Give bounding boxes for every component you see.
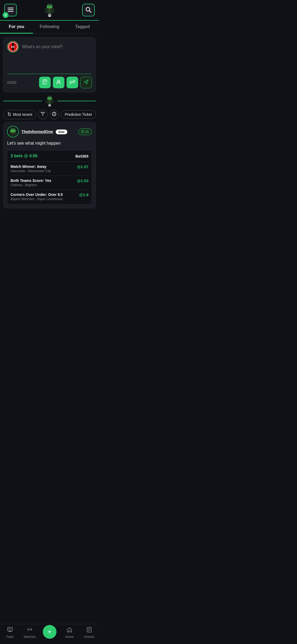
bet-name-2: Both Teams Score: Yes <box>11 178 51 183</box>
svg-point-11 <box>48 6 49 7</box>
post-text: Let's see what might happen <box>7 140 92 146</box>
bet-odds-1: @1.57 <box>77 164 88 169</box>
post-composer: AC What's on your mind? 0/300 ? <box>3 37 96 92</box>
bet-match-1: Newcastle - Manchester City <box>11 169 51 173</box>
svg-point-14 <box>48 9 51 14</box>
clock-icon <box>52 112 56 117</box>
svg-point-39 <box>48 98 49 99</box>
link-icon <box>70 79 75 86</box>
link-button[interactable] <box>67 77 78 88</box>
post-time: 3h <box>78 128 92 135</box>
svg-marker-7 <box>47 3 48 4</box>
svg-point-30 <box>58 80 60 82</box>
bet-match-3: Bayern München - Bayer Leverkusen <box>11 197 63 201</box>
header: 0 <box>0 0 99 21</box>
user-avatar: AC <box>7 41 19 53</box>
bet-match-2: Chelsea - Brighton <box>11 183 51 187</box>
clock-button[interactable] <box>50 110 59 119</box>
svg-point-42 <box>48 100 51 104</box>
sort-icon <box>7 112 11 117</box>
search-icon <box>86 7 91 13</box>
bet-row-3: Corners Over Under: Over 9.5 Bayern Münc… <box>11 190 88 201</box>
svg-rect-2 <box>8 11 13 12</box>
svg-text:AC: AC <box>11 45 15 48</box>
filter-button[interactable] <box>38 110 48 119</box>
send-icon <box>83 79 89 86</box>
char-count: 0/300 <box>7 80 16 85</box>
search-button[interactable] <box>82 4 95 16</box>
svg-marker-8 <box>51 3 52 4</box>
prediction-ticket-label: Prediction Ticket <box>65 112 92 117</box>
tab-for-you[interactable]: For you <box>0 21 33 34</box>
bet-provider: Bet365 <box>76 154 88 158</box>
bet-name-1: Match Winner: Away <box>11 164 51 169</box>
tab-tagged[interactable]: Tagged <box>66 21 99 34</box>
bet-card: 3 bets @ 4.56 Bet365 Match Winner: Away … <box>7 150 92 204</box>
svg-point-53 <box>13 130 15 131</box>
bet-odds-3: @1.9 <box>79 192 88 197</box>
svg-point-40 <box>50 98 51 99</box>
svg-marker-35 <box>47 95 49 96</box>
post-header: TheInformedOne Elite 3h <box>7 126 92 137</box>
svg-text:?: ? <box>45 82 46 84</box>
post-user-avatar[interactable] <box>7 126 19 137</box>
svg-rect-0 <box>8 8 13 8</box>
mention-button[interactable] <box>53 77 64 88</box>
divider-line-left <box>3 101 42 101</box>
bet-row-2: Both Teams Score: Yes Chelsea - Brighton… <box>11 176 88 190</box>
divider-line-right <box>57 101 96 101</box>
bet-card-header: 3 bets @ 4.56 Bet365 <box>11 154 88 158</box>
notification-badge: 0 <box>3 12 8 18</box>
main-tabs: For you Following Tagged <box>0 21 99 34</box>
composer-divider <box>7 74 92 74</box>
bet-row-1: Match Winner: Away Newcastle - Mancheste… <box>11 162 88 176</box>
user-icon <box>56 79 61 86</box>
svg-line-17 <box>89 11 91 12</box>
sort-label: Most recent <box>13 112 32 117</box>
prediction-ticket-filter[interactable]: Prediction Ticket <box>61 110 96 119</box>
svg-point-12 <box>50 6 51 7</box>
app-logo <box>43 3 56 17</box>
bet-name-3: Corners Over Under: Over 9.5 <box>11 192 63 197</box>
book-icon: ? <box>42 79 48 86</box>
bet-odds-2: @1.53 <box>77 178 88 183</box>
bet-summary: 3 bets @ 4.56 <box>11 154 37 158</box>
menu-button[interactable]: 0 <box>4 4 17 16</box>
filter-bar: Most recent Prediction Ticket <box>0 109 99 122</box>
send-button[interactable] <box>80 77 92 88</box>
composer-placeholder[interactable]: What's on your mind? <box>22 44 63 49</box>
composer-top: AC What's on your mind? <box>7 41 92 53</box>
elite-badge: Elite <box>56 130 67 134</box>
post-user: TheInformedOne Elite <box>7 126 67 137</box>
composer-bottom: 0/300 ? <box>7 77 92 88</box>
svg-rect-1 <box>8 9 13 10</box>
menu-icon <box>8 8 13 13</box>
post-user-info: TheInformedOne Elite <box>21 129 67 134</box>
composer-actions: ? <box>39 77 92 88</box>
post-username[interactable]: TheInformedOne <box>21 129 53 134</box>
filter-icon <box>41 112 45 117</box>
tab-following[interactable]: Following <box>33 21 66 34</box>
sort-button[interactable]: Most recent <box>3 110 36 119</box>
prediction-ticket-button[interactable]: ? <box>39 77 51 88</box>
svg-marker-36 <box>50 95 52 96</box>
svg-point-52 <box>11 130 12 131</box>
post-card: TheInformedOne Elite 3h Let's see what m… <box>3 122 96 208</box>
feed-divider <box>3 95 96 107</box>
